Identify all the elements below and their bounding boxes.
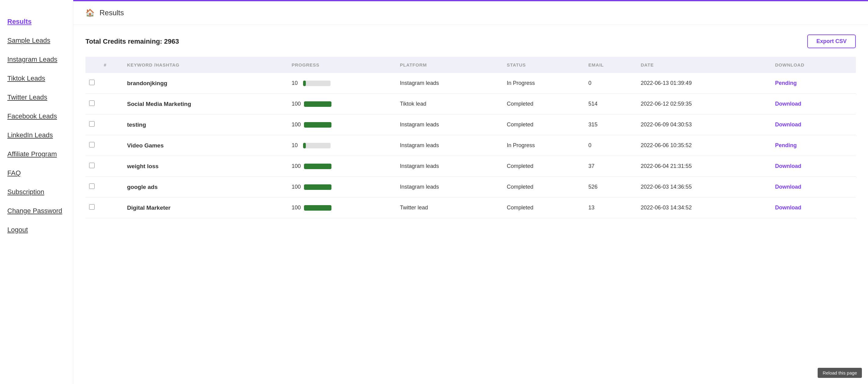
table-row: weight loss100Instagram leadsCompleted37… (86, 156, 856, 177)
col-date: DATE (637, 57, 771, 73)
progress-number: 100 (291, 163, 301, 169)
row-download-cell: Pending (772, 135, 856, 156)
table-header: # KEYWORD /HASHTAG PROGRESS PLATFORM STA… (86, 57, 856, 73)
progress-bar-fill (303, 143, 306, 148)
col-email: EMAIL (585, 57, 637, 73)
row-progress: 10 (288, 73, 396, 94)
download-button[interactable]: Download (775, 163, 802, 169)
row-num (100, 115, 123, 135)
row-keyword: Digital Marketer (123, 198, 288, 218)
row-checkbox[interactable] (89, 100, 95, 106)
progress-number: 100 (291, 205, 301, 211)
col-keyword: KEYWORD /HASHTAG (123, 57, 288, 73)
table-row: Social Media Marketing100Tiktok leadComp… (86, 94, 856, 115)
sidebar-item-linkedin-leads[interactable]: LinkedIn Leads (0, 126, 73, 145)
row-download-cell: Download (772, 94, 856, 115)
row-num (100, 198, 123, 218)
row-progress: 100 (288, 115, 396, 135)
progress-bar-bg (304, 184, 332, 190)
row-checkbox[interactable] (89, 80, 95, 85)
progress-number: 100 (291, 184, 301, 190)
row-checkbox[interactable] (89, 163, 95, 168)
row-date: 2022-06-06 10:35:52 (637, 135, 771, 156)
progress-bar-bg (303, 81, 331, 86)
credits-row: Total Credits remaining: 2963 Export CSV (86, 34, 856, 48)
table-row: brandonjkingg10Instagram leadsIn Progres… (86, 73, 856, 94)
col-status: STATUS (503, 57, 585, 73)
download-button[interactable]: Download (775, 101, 802, 107)
row-num (100, 135, 123, 156)
col-platform: PLATFORM (396, 57, 503, 73)
progress-bar-fill (304, 205, 332, 211)
row-status: Completed (503, 198, 585, 218)
sidebar-item-subscription[interactable]: Subscription (0, 182, 73, 202)
sidebar-item-facebook-leads[interactable]: Facebook Leads (0, 107, 73, 126)
row-keyword: brandonjkingg (123, 73, 288, 94)
row-checkbox[interactable] (89, 142, 95, 147)
row-num (100, 156, 123, 177)
sidebar-item-logout[interactable]: Logout (0, 220, 73, 239)
row-platform: Instagram leads (396, 156, 503, 177)
download-button[interactable]: Download (775, 121, 802, 128)
home-icon[interactable]: 🏠 (86, 8, 95, 17)
row-download-cell: Download (772, 115, 856, 135)
page-title: Results (99, 8, 124, 17)
row-platform: Instagram leads (396, 73, 503, 94)
col-download: DOWNLOAD (772, 57, 856, 73)
row-keyword: Video Games (123, 135, 288, 156)
results-table: # KEYWORD /HASHTAG PROGRESS PLATFORM STA… (86, 57, 856, 218)
col-num: # (100, 57, 123, 73)
sidebar-item-instagram-leads[interactable]: Instagram Leads (0, 50, 73, 69)
row-date: 2022-06-09 04:30:53 (637, 115, 771, 135)
progress-bar-fill (303, 81, 306, 86)
download-button[interactable]: Download (775, 184, 802, 190)
row-platform: Instagram leads (396, 115, 503, 135)
sidebar-item-change-password[interactable]: Change Password (0, 202, 73, 220)
progress-number: 10 (291, 142, 300, 149)
sidebar-item-results[interactable]: Results (0, 12, 73, 31)
row-checkbox[interactable] (89, 183, 95, 189)
row-status: In Progress (503, 73, 585, 94)
row-platform: Twitter lead (396, 198, 503, 218)
row-email: 0 (585, 135, 637, 156)
sidebar-item-tiktok-leads[interactable]: Tiktok Leads (0, 69, 73, 88)
export-csv-button[interactable]: Export CSV (807, 34, 856, 48)
row-date: 2022-06-03 14:36:55 (637, 177, 771, 198)
row-platform: Instagram leads (396, 177, 503, 198)
sidebar: ResultsSample LeadsInstagram LeadsTiktok… (0, 0, 73, 384)
sidebar-item-twitter-leads[interactable]: Twitter Leads (0, 88, 73, 107)
row-email: 37 (585, 156, 637, 177)
row-num (100, 94, 123, 115)
sidebar-item-faq[interactable]: FAQ (0, 164, 73, 182)
progress-bar-fill (304, 164, 332, 169)
table-row: testing100Instagram leadsCompleted315202… (86, 115, 856, 135)
progress-bar-bg (303, 143, 331, 148)
progress-bar-bg (304, 101, 332, 107)
row-checkbox[interactable] (89, 204, 95, 210)
progress-bar-bg (304, 122, 332, 127)
row-platform: Tiktok lead (396, 94, 503, 115)
row-date: 2022-06-13 01:39:49 (637, 73, 771, 94)
download-button[interactable]: Download (775, 205, 802, 211)
row-download-cell: Download (772, 156, 856, 177)
table-row: google ads100Instagram leadsCompleted526… (86, 177, 856, 198)
sidebar-item-sample-leads[interactable]: Sample Leads (0, 31, 73, 50)
progress-bar-fill (304, 184, 332, 190)
row-keyword: testing (123, 115, 288, 135)
pending-label: Pending (775, 80, 797, 86)
row-date: 2022-06-12 02:59:35 (637, 94, 771, 115)
row-email: 13 (585, 198, 637, 218)
progress-number: 10 (291, 80, 300, 86)
progress-bar-bg (304, 205, 332, 211)
pending-label: Pending (775, 142, 797, 148)
progress-bar-fill (304, 101, 332, 107)
row-keyword: Social Media Marketing (123, 94, 288, 115)
col-checkbox (86, 57, 100, 73)
row-num (100, 177, 123, 198)
progress-bar-fill (304, 122, 332, 127)
row-checkbox[interactable] (89, 121, 95, 127)
sidebar-item-affiliate-program[interactable]: Affiliate Program (0, 145, 73, 164)
row-status: In Progress (503, 135, 585, 156)
table-row: Video Games10Instagram leadsIn Progress0… (86, 135, 856, 156)
table-row: Digital Marketer100Twitter leadCompleted… (86, 198, 856, 218)
